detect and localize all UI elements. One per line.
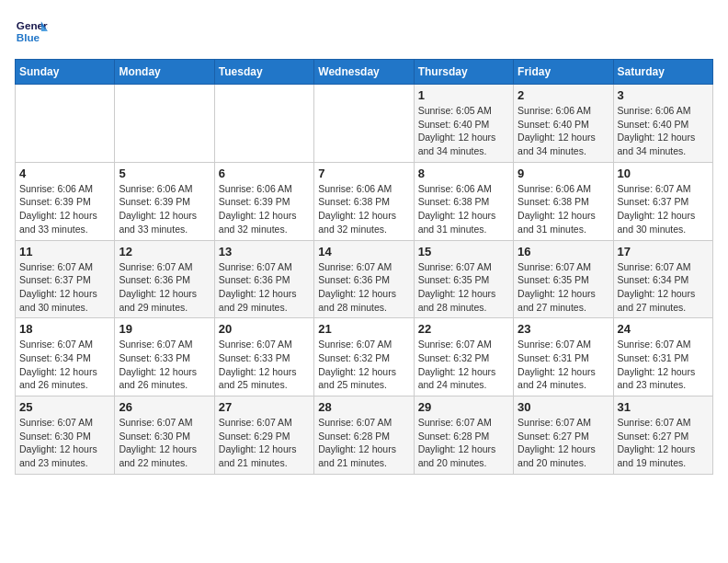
day-detail: Sunrise: 6:06 AM Sunset: 6:40 PM Dayligh…: [618, 104, 709, 158]
calendar-cell: 9Sunrise: 6:06 AM Sunset: 6:38 PM Daylig…: [514, 162, 613, 240]
day-number: 12: [119, 245, 210, 259]
weekday-header-wednesday: Wednesday: [314, 60, 414, 85]
day-detail: Sunrise: 6:05 AM Sunset: 6:40 PM Dayligh…: [418, 104, 509, 158]
weekday-header-thursday: Thursday: [414, 60, 513, 85]
calendar-cell: 2Sunrise: 6:06 AM Sunset: 6:40 PM Daylig…: [514, 85, 613, 163]
day-detail: Sunrise: 6:07 AM Sunset: 6:33 PM Dayligh…: [219, 338, 310, 392]
calendar-cell: 28Sunrise: 6:07 AM Sunset: 6:28 PM Dayli…: [314, 396, 414, 475]
calendar-cell: 29Sunrise: 6:07 AM Sunset: 6:28 PM Dayli…: [414, 396, 513, 475]
calendar-cell: 23Sunrise: 6:07 AM Sunset: 6:31 PM Dayli…: [514, 318, 613, 396]
day-number: 24: [618, 322, 709, 336]
day-detail: Sunrise: 6:07 AM Sunset: 6:32 PM Dayligh…: [318, 338, 409, 392]
logo: General Blue: [15, 15, 48, 48]
calendar-cell: 7Sunrise: 6:06 AM Sunset: 6:38 PM Daylig…: [314, 162, 414, 240]
calendar-cell: [16, 85, 115, 163]
day-number: 4: [19, 167, 110, 180]
calendar-cell: 18Sunrise: 6:07 AM Sunset: 6:34 PM Dayli…: [16, 318, 115, 396]
day-detail: Sunrise: 6:07 AM Sunset: 6:34 PM Dayligh…: [19, 338, 110, 392]
day-detail: Sunrise: 6:06 AM Sunset: 6:39 PM Dayligh…: [19, 182, 110, 236]
day-detail: Sunrise: 6:07 AM Sunset: 6:36 PM Dayligh…: [119, 260, 210, 315]
day-number: 17: [618, 245, 709, 259]
day-number: 11: [19, 245, 110, 259]
calendar-cell: 6Sunrise: 6:06 AM Sunset: 6:39 PM Daylig…: [214, 162, 313, 240]
calendar-cell: 5Sunrise: 6:06 AM Sunset: 6:39 PM Daylig…: [115, 162, 214, 240]
day-detail: Sunrise: 6:06 AM Sunset: 6:38 PM Dayligh…: [418, 182, 509, 236]
day-detail: Sunrise: 6:07 AM Sunset: 6:31 PM Dayligh…: [618, 338, 709, 392]
calendar-cell: 24Sunrise: 6:07 AM Sunset: 6:31 PM Dayli…: [613, 318, 712, 396]
day-number: 22: [418, 322, 509, 336]
day-detail: Sunrise: 6:07 AM Sunset: 6:30 PM Dayligh…: [119, 416, 210, 470]
day-number: 15: [418, 245, 509, 259]
calendar-cell: 1Sunrise: 6:05 AM Sunset: 6:40 PM Daylig…: [414, 85, 513, 163]
day-detail: Sunrise: 6:07 AM Sunset: 6:28 PM Dayligh…: [418, 416, 509, 470]
day-number: 6: [219, 167, 310, 180]
day-number: 5: [119, 167, 210, 180]
day-number: 18: [19, 322, 110, 336]
day-number: 27: [219, 400, 310, 414]
calendar-cell: 13Sunrise: 6:07 AM Sunset: 6:36 PM Dayli…: [214, 240, 313, 318]
day-number: 29: [418, 400, 509, 414]
day-number: 20: [219, 322, 310, 336]
calendar-cell: 20Sunrise: 6:07 AM Sunset: 6:33 PM Dayli…: [214, 318, 313, 396]
calendar-cell: 16Sunrise: 6:07 AM Sunset: 6:35 PM Dayli…: [514, 240, 613, 318]
logo-icon: General Blue: [15, 15, 48, 48]
day-number: 14: [318, 245, 409, 259]
day-detail: Sunrise: 6:06 AM Sunset: 6:38 PM Dayligh…: [318, 182, 409, 236]
day-detail: Sunrise: 6:07 AM Sunset: 6:37 PM Dayligh…: [618, 182, 709, 236]
weekday-header-friday: Friday: [514, 60, 613, 85]
weekday-header-sunday: Sunday: [16, 60, 115, 85]
calendar-cell: 26Sunrise: 6:07 AM Sunset: 6:30 PM Dayli…: [115, 396, 214, 475]
weekday-header-tuesday: Tuesday: [214, 60, 313, 85]
calendar-cell: 30Sunrise: 6:07 AM Sunset: 6:27 PM Dayli…: [514, 396, 613, 475]
day-detail: Sunrise: 6:07 AM Sunset: 6:28 PM Dayligh…: [318, 416, 409, 470]
day-number: 2: [518, 88, 609, 102]
day-detail: Sunrise: 6:07 AM Sunset: 6:27 PM Dayligh…: [518, 416, 609, 470]
calendar-cell: 31Sunrise: 6:07 AM Sunset: 6:27 PM Dayli…: [613, 396, 712, 475]
day-detail: Sunrise: 6:07 AM Sunset: 6:35 PM Dayligh…: [418, 260, 509, 315]
calendar-cell: [115, 85, 214, 163]
day-number: 21: [318, 322, 409, 336]
day-detail: Sunrise: 6:07 AM Sunset: 6:27 PM Dayligh…: [618, 416, 709, 470]
calendar-cell: 22Sunrise: 6:07 AM Sunset: 6:32 PM Dayli…: [414, 318, 513, 396]
weekday-header-monday: Monday: [115, 60, 214, 85]
calendar-table: SundayMondayTuesdayWednesdayThursdayFrid…: [15, 59, 713, 475]
calendar-cell: 14Sunrise: 6:07 AM Sunset: 6:36 PM Dayli…: [314, 240, 414, 318]
day-number: 9: [518, 167, 609, 180]
calendar-cell: [214, 85, 313, 163]
calendar-cell: 8Sunrise: 6:06 AM Sunset: 6:38 PM Daylig…: [414, 162, 513, 240]
day-detail: Sunrise: 6:07 AM Sunset: 6:32 PM Dayligh…: [418, 338, 509, 392]
day-number: 28: [318, 400, 409, 414]
day-number: 23: [518, 322, 609, 336]
day-number: 3: [618, 88, 709, 102]
day-number: 19: [119, 322, 210, 336]
calendar-cell: 17Sunrise: 6:07 AM Sunset: 6:34 PM Dayli…: [613, 240, 712, 318]
calendar-cell: 25Sunrise: 6:07 AM Sunset: 6:30 PM Dayli…: [16, 396, 115, 475]
svg-text:Blue: Blue: [17, 31, 40, 43]
day-detail: Sunrise: 6:07 AM Sunset: 6:30 PM Dayligh…: [19, 416, 110, 470]
day-number: 7: [318, 167, 409, 180]
day-detail: Sunrise: 6:07 AM Sunset: 6:31 PM Dayligh…: [518, 338, 609, 392]
day-detail: Sunrise: 6:07 AM Sunset: 6:36 PM Dayligh…: [219, 260, 310, 315]
day-detail: Sunrise: 6:07 AM Sunset: 6:29 PM Dayligh…: [219, 416, 310, 470]
day-number: 1: [418, 88, 509, 102]
day-detail: Sunrise: 6:06 AM Sunset: 6:40 PM Dayligh…: [518, 104, 609, 158]
calendar-cell: 11Sunrise: 6:07 AM Sunset: 6:37 PM Dayli…: [16, 240, 115, 318]
day-detail: Sunrise: 6:07 AM Sunset: 6:35 PM Dayligh…: [518, 260, 609, 315]
day-number: 30: [518, 400, 609, 414]
calendar-cell: 21Sunrise: 6:07 AM Sunset: 6:32 PM Dayli…: [314, 318, 414, 396]
calendar-cell: 15Sunrise: 6:07 AM Sunset: 6:35 PM Dayli…: [414, 240, 513, 318]
calendar-cell: 4Sunrise: 6:06 AM Sunset: 6:39 PM Daylig…: [16, 162, 115, 240]
day-detail: Sunrise: 6:06 AM Sunset: 6:38 PM Dayligh…: [518, 182, 609, 236]
day-number: 13: [219, 245, 310, 259]
day-number: 8: [418, 167, 509, 180]
day-detail: Sunrise: 6:07 AM Sunset: 6:37 PM Dayligh…: [19, 260, 110, 315]
day-number: 10: [618, 167, 709, 180]
page-header: General Blue: [15, 15, 713, 48]
calendar-cell: [314, 85, 414, 163]
calendar-cell: 27Sunrise: 6:07 AM Sunset: 6:29 PM Dayli…: [214, 396, 313, 475]
day-number: 25: [19, 400, 110, 414]
day-detail: Sunrise: 6:07 AM Sunset: 6:33 PM Dayligh…: [119, 338, 210, 392]
day-detail: Sunrise: 6:06 AM Sunset: 6:39 PM Dayligh…: [119, 182, 210, 236]
calendar-cell: 19Sunrise: 6:07 AM Sunset: 6:33 PM Dayli…: [115, 318, 214, 396]
day-number: 31: [618, 400, 709, 414]
